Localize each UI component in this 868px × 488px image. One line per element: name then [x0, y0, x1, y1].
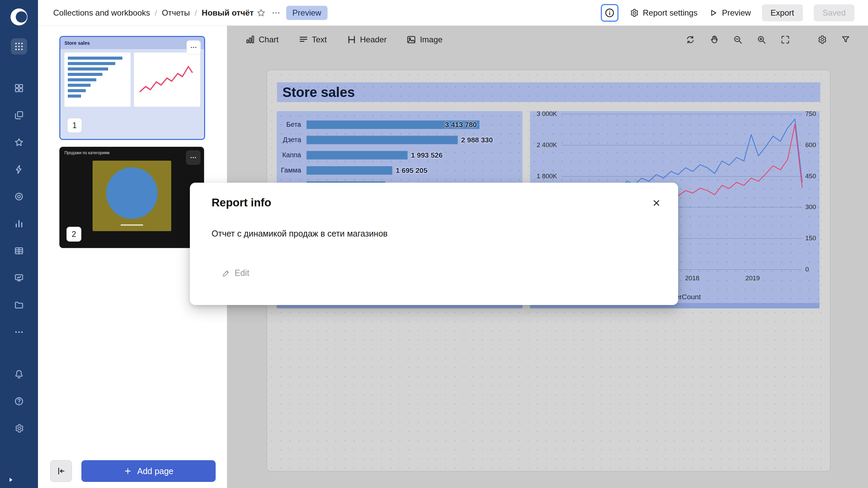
help-button[interactable]	[11, 393, 27, 409]
left-rail	[0, 0, 38, 488]
more-icon	[190, 44, 197, 51]
zoom-in-icon	[756, 35, 767, 45]
bar-track: 1 695 205	[307, 163, 522, 178]
x-axis-tick: 2018	[685, 274, 699, 282]
add-image-button[interactable]: Image	[406, 35, 442, 45]
add-page-label: Add page	[137, 466, 173, 476]
report-info-button[interactable]	[601, 4, 618, 22]
add-text-label: Text	[312, 35, 327, 44]
bar[interactable]	[307, 166, 392, 175]
expand-rail-button[interactable]	[5, 474, 16, 485]
rail-bottom-group	[0, 366, 38, 436]
bar[interactable]	[307, 136, 458, 144]
edit-label: Edit	[235, 268, 249, 278]
bar-category-label: Каппа	[277, 151, 307, 159]
more-icon	[190, 154, 197, 161]
app-root: Collections and workbooks / Отчеты / Нов…	[0, 0, 868, 488]
widget-toolbar: Chart Text Header Image	[245, 35, 442, 45]
sidebar-item-monitoring[interactable]	[11, 270, 27, 286]
page-number: 2	[72, 230, 76, 239]
sidebar-item-tables[interactable]	[11, 243, 27, 259]
bell-icon	[14, 369, 24, 379]
lightning-icon	[14, 164, 24, 175]
page-thumbnail-2[interactable]: Продажи по категориям 2	[59, 147, 204, 248]
collapse-panel-button[interactable]	[50, 460, 72, 482]
page-menu-button[interactable]	[186, 40, 201, 55]
breadcrumb-separator: /	[155, 8, 157, 18]
mini-page-title-text: Store sales	[64, 40, 90, 46]
bar[interactable]	[307, 151, 408, 159]
funnel-icon	[841, 35, 851, 45]
preview-button[interactable]: Preview	[708, 8, 751, 18]
page-thumbnail-1[interactable]: Store sales 1	[59, 36, 205, 140]
canvas-settings-button[interactable]	[814, 32, 829, 47]
info-icon	[604, 7, 615, 18]
add-text-button[interactable]: Text	[298, 35, 327, 45]
collapse-left-icon	[56, 466, 66, 476]
filters-button[interactable]	[838, 32, 853, 47]
report-header-widget[interactable]: Store sales	[277, 82, 820, 102]
zoom-out-button[interactable]	[730, 32, 745, 47]
report-description-text: Отчет с динамикой продаж в сети магазино…	[212, 229, 388, 239]
x-axis-tick: 2019	[746, 274, 760, 282]
gear-icon	[14, 423, 24, 433]
sidebar-item-workbooks[interactable]	[11, 107, 27, 123]
bar-track: 3 413 780	[307, 117, 522, 132]
breadcrumb: Collections and workbooks / Отчеты / Нов…	[53, 8, 254, 18]
sidebar-item-charts[interactable]	[11, 216, 27, 232]
report-info-dialog: Report info Отчет с динамикой продаж в с…	[190, 183, 678, 305]
gear-icon	[629, 8, 639, 18]
bar-category-label: Дзета	[277, 136, 307, 144]
sidebar-item-dashboards[interactable]	[11, 80, 27, 96]
export-button[interactable]: Export	[762, 4, 803, 21]
rings-icon	[14, 191, 24, 202]
breadcrumb-reports[interactable]: Отчеты	[162, 8, 190, 18]
rail-navigation	[0, 80, 38, 340]
star-icon	[256, 8, 266, 18]
dialog-title: Report info	[212, 196, 271, 209]
notifications-button[interactable]	[11, 366, 27, 382]
mini-pie-chart	[93, 161, 171, 231]
edit-description-button[interactable]: Edit	[222, 268, 249, 278]
sidebar-item-favorites[interactable]	[11, 134, 27, 150]
add-page-button[interactable]: Add page	[81, 460, 216, 482]
play-icon	[708, 8, 718, 18]
zoom-out-icon	[733, 35, 743, 45]
close-dialog-button[interactable]	[648, 195, 665, 211]
more-icon	[14, 327, 24, 337]
sidebar-item-more[interactable]	[11, 324, 27, 340]
mini-page-title: Продажи по категориям	[64, 150, 110, 155]
refresh-icon	[685, 35, 695, 45]
breadcrumb-collections[interactable]: Collections and workbooks	[53, 8, 150, 18]
sidebar-item-storage[interactable]	[11, 297, 27, 313]
plus-icon	[123, 467, 132, 475]
settings-button[interactable]	[11, 420, 27, 436]
page-menu-button[interactable]	[186, 150, 200, 165]
favorite-star-button[interactable]	[254, 5, 269, 20]
mini-charts-row	[60, 49, 204, 110]
more-icon	[271, 8, 281, 18]
refresh-button[interactable]	[683, 32, 698, 47]
add-chart-button[interactable]: Chart	[245, 35, 279, 45]
chart-icon	[245, 35, 255, 45]
add-image-label: Image	[420, 35, 442, 44]
fit-screen-button[interactable]	[778, 32, 793, 47]
sidebar-item-datasets[interactable]	[11, 188, 27, 205]
report-more-button[interactable]	[269, 5, 283, 20]
report-settings-button[interactable]: Report settings	[629, 8, 697, 18]
add-header-button[interactable]: Header	[347, 35, 387, 45]
datalens-logo-icon[interactable]	[9, 7, 28, 26]
mini-line-chart	[134, 53, 200, 107]
dashboards-icon	[14, 83, 24, 93]
folder-icon	[14, 300, 24, 310]
mini-bar-chart	[64, 53, 131, 107]
services-grid-icon[interactable]	[11, 38, 27, 55]
zoom-in-button[interactable]	[754, 32, 769, 47]
close-icon	[651, 198, 662, 208]
sidebar-item-connections[interactable]	[11, 161, 27, 178]
add-chart-label: Chart	[259, 35, 279, 44]
bar-chart-row: Гамма1 695 205	[277, 163, 522, 178]
page-number-badge: 1	[67, 118, 82, 133]
pan-hand-button[interactable]	[707, 32, 722, 47]
mini-page-title: Store sales	[60, 37, 204, 49]
